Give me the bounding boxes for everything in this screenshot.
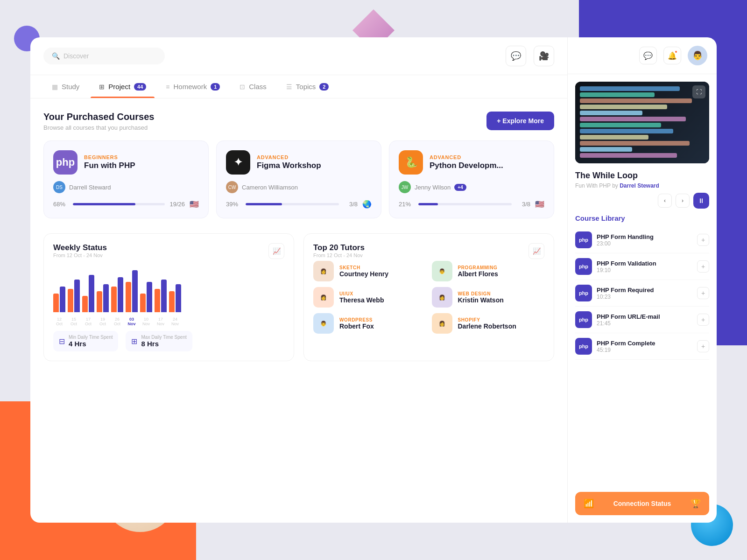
- course-library: Course Library php PHP Form Handling 23:…: [568, 214, 717, 487]
- project-tab-icon: ⊞: [99, 83, 105, 91]
- progress-pct-figma: 39%: [226, 201, 241, 208]
- explore-more-button[interactable]: + Explore More: [486, 112, 554, 130]
- tutors-expand[interactable]: 📈: [529, 243, 544, 259]
- next-button[interactable]: ›: [676, 194, 690, 208]
- fullscreen-button[interactable]: ⛶: [692, 85, 705, 98]
- author-name-figma: Cameron Williamson: [242, 184, 298, 191]
- list-item[interactable]: 👨 PROGRAMMING Albert Flores: [432, 261, 545, 281]
- tab-project[interactable]: ⊞ Project 44: [91, 75, 155, 98]
- library-duration-3: 21:45: [597, 320, 692, 327]
- tab-homework[interactable]: ≡ Homework 1: [157, 75, 228, 98]
- code-line: [580, 135, 648, 140]
- top-tutors-title: Top 20 Tutors: [313, 243, 365, 252]
- library-info-3: PHP Form URL/E-mail 21:45: [597, 313, 692, 327]
- bar-group-3: [82, 275, 94, 312]
- top-tutors-widget: Top 20 Tutors From 12 Oct - 24 Nov 📈 👩 S…: [303, 233, 554, 361]
- library-name-2: PHP Form Required: [597, 287, 692, 294]
- bar-purple-1: [60, 287, 65, 312]
- list-item[interactable]: 👨 WORDPRESS Robert Fox: [313, 313, 426, 334]
- weekly-status-subtitle: From 12 Oct - 24 Nov: [53, 252, 107, 258]
- video-button[interactable]: 🎥: [534, 46, 554, 66]
- connection-status-bar[interactable]: 📶 Connection Status 🏆: [575, 492, 709, 515]
- progress-fill-python: [418, 203, 438, 205]
- notification-button[interactable]: 🔔: [663, 47, 681, 64]
- chart-label-3: 17Oct: [82, 317, 94, 326]
- bar-purple-6: [132, 270, 138, 312]
- library-name-3: PHP Form URL/E-mail: [597, 313, 692, 320]
- course-progress-figma: 39% 3/8 🌏: [226, 200, 372, 209]
- course-card-php[interactable]: php BEGINNERS Fun with PHP DS Darrell St…: [43, 140, 209, 218]
- prev-button[interactable]: ‹: [658, 194, 672, 208]
- course-name-python: Python Developm...: [430, 161, 503, 170]
- code-line: [580, 92, 655, 97]
- tab-topics[interactable]: ☰ Topics 2: [278, 75, 338, 98]
- author-name-python: Jenny Wilson: [415, 184, 451, 191]
- list-item[interactable]: php PHP Form Validation 19:10 +: [575, 253, 709, 280]
- tutor-category-5: SHOPIFY: [458, 317, 545, 322]
- list-item[interactable]: 👩 WEB DESIGN Kristin Watson: [432, 287, 545, 308]
- right-chat-button[interactable]: 💬: [639, 47, 657, 64]
- library-add-4[interactable]: +: [697, 340, 709, 352]
- list-item[interactable]: 👩 SHOPIFY Darlene Robertson: [432, 313, 545, 334]
- tutor-category-1: PROGRAMMING: [458, 265, 545, 270]
- project-badge: 44: [134, 83, 146, 91]
- video-controls: ‹ › ⏸: [568, 193, 717, 214]
- tutor-category-0: SKETCH: [339, 265, 426, 270]
- bar-orange-2: [68, 289, 73, 312]
- purchased-courses-title: Your Purchased Courses: [43, 112, 154, 122]
- class-tab-label: Class: [249, 83, 267, 91]
- library-add-2[interactable]: +: [697, 287, 709, 299]
- list-item[interactable]: 👩 SKETCH Courtney Henry: [313, 261, 426, 281]
- study-tab-label: Study: [62, 83, 79, 91]
- left-panel: 🔍 Discover 💬 🎥 ▦ Study ⊞ Project 44: [30, 37, 567, 523]
- code-lines: [575, 82, 709, 163]
- library-duration-4: 45:19: [597, 347, 692, 353]
- bar-group-9: [169, 284, 181, 312]
- library-info-4: PHP Form Complete 45:19: [597, 340, 692, 353]
- course-progress-python: 21% 3/8 🇺🇸: [399, 200, 544, 209]
- video-author-link[interactable]: Darrel Steward: [620, 182, 659, 189]
- library-add-1[interactable]: +: [697, 260, 709, 273]
- avatar[interactable]: 👨: [688, 46, 707, 65]
- list-item[interactable]: php PHP Form Handling 23:00 +: [575, 227, 709, 253]
- tutor-name-2: Theresa Webb: [339, 296, 426, 304]
- search-placeholder: Discover: [63, 52, 156, 60]
- bar-purple-5: [118, 277, 123, 312]
- pause-button[interactable]: ⏸: [693, 193, 709, 209]
- bottom-sections: Weekly Status From 12 Oct - 24 Nov 📈: [43, 233, 554, 361]
- course-card-figma[interactable]: ✦ ADVANCED Figma Workshop CW Cameron Wil…: [216, 140, 381, 218]
- min-time-value: 4 Hrs: [69, 340, 113, 348]
- courses-grid: php BEGINNERS Fun with PHP DS Darrell St…: [43, 140, 554, 218]
- tab-study[interactable]: ▦ Study: [43, 75, 88, 98]
- list-item[interactable]: php PHP Form URL/E-mail 21:45 +: [575, 307, 709, 333]
- list-item[interactable]: php PHP Form Complete 45:19 +: [575, 333, 709, 360]
- tutor-name-5: Darlene Robertson: [458, 322, 545, 330]
- list-item[interactable]: php PHP Form Required 10:23 +: [575, 280, 709, 307]
- study-tab-icon: ▦: [52, 83, 58, 91]
- chat-button[interactable]: 💬: [506, 46, 526, 66]
- code-line: [580, 98, 692, 103]
- library-title: Course Library: [575, 214, 709, 222]
- progress-pct-python: 21%: [399, 201, 414, 208]
- library-icon-2: php: [575, 285, 592, 301]
- list-item[interactable]: 👩 UI/UX Theresa Webb: [313, 287, 426, 308]
- library-add-0[interactable]: +: [697, 234, 709, 246]
- library-duration-0: 23:00: [597, 240, 692, 247]
- bar-purple-8: [161, 280, 167, 312]
- library-add-3[interactable]: +: [697, 314, 709, 326]
- tab-class[interactable]: ⊡ Class: [231, 75, 275, 98]
- homework-tab-label: Homework: [173, 83, 207, 91]
- course-card-python[interactable]: 🐍 ADVANCED Python Developm... JW Jenny W…: [389, 140, 554, 218]
- video-info: The While Loop Fun With PHP by Darrel St…: [568, 171, 717, 193]
- author-name-php: Darrell Steward: [69, 184, 111, 191]
- wifi-icon: 📶: [584, 498, 594, 509]
- tutor-name-4: Robert Fox: [339, 322, 426, 330]
- library-icon-3: php: [575, 311, 592, 328]
- tutor-info-2: UI/UX Theresa Webb: [339, 291, 426, 304]
- topics-badge: 2: [319, 83, 329, 91]
- weekly-status-expand[interactable]: 📈: [268, 243, 284, 259]
- search-bar[interactable]: 🔍 Discover: [43, 48, 165, 64]
- library-info-0: PHP Form Handling 23:00: [597, 233, 692, 247]
- bar-group-2: [68, 280, 80, 312]
- min-time-icon: ⊟: [59, 337, 65, 346]
